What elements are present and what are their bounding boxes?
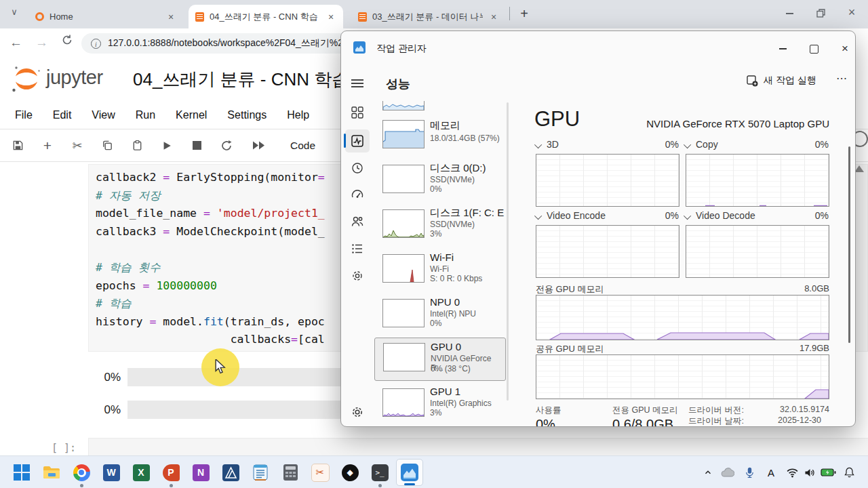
new-tab-button[interactable]: + xyxy=(515,5,533,23)
battery-icon[interactable] xyxy=(819,466,837,479)
notepad-button[interactable] xyxy=(247,459,274,486)
tab-notebook-04[interactable]: 04_쓰래기 분류 - CNN 학습 × xyxy=(189,5,343,28)
sidebar-item-sub2: 3% xyxy=(430,229,441,239)
onedrive-cloud-icon[interactable] xyxy=(720,466,735,479)
tm-scrollbar[interactable] xyxy=(848,146,850,343)
cell-type-select[interactable]: Code xyxy=(290,140,315,152)
browser-minimize-button[interactable] xyxy=(779,7,800,20)
restart-kernel-button[interactable] xyxy=(220,139,233,152)
chart-video-encode-value: 0% xyxy=(653,210,679,221)
sidebar-item-gpu0-selected[interactable]: GPU 0 NVIDIA GeForce R... 0% (38 °C) xyxy=(374,338,506,381)
settings-gear-icon[interactable] xyxy=(351,405,364,419)
wifi-icon[interactable] xyxy=(785,466,800,479)
tab-close-icon[interactable]: × xyxy=(488,12,499,22)
excel-button[interactable]: X xyxy=(127,459,155,486)
tm-minimize-button[interactable] xyxy=(771,41,794,57)
notebook-favicon-icon xyxy=(195,12,204,22)
calculator-icon xyxy=(283,464,298,481)
dedicated-memory-label: 전용 GPU 메모리 xyxy=(536,283,604,296)
chrome-button[interactable] xyxy=(68,459,95,486)
rail-services-icon[interactable] xyxy=(351,269,364,283)
reload-icon[interactable] xyxy=(61,34,73,49)
forward-icon[interactable]: → xyxy=(35,35,48,50)
menu-edit[interactable]: Edit xyxy=(53,109,72,121)
chart-3d-label: 3D xyxy=(547,139,559,150)
cpu-mini-graph[interactable] xyxy=(382,101,425,110)
rail-startup-apps-icon[interactable] xyxy=(351,188,364,201)
terminal-button[interactable]: >_ xyxy=(366,459,393,486)
browser-restore-button[interactable] xyxy=(810,8,831,20)
task-manager-button[interactable] xyxy=(396,459,423,486)
jupyter-favicon-icon xyxy=(35,12,44,21)
site-info-icon[interactable]: i xyxy=(91,39,101,49)
chevron-down-icon[interactable] xyxy=(534,141,542,148)
rail-details-icon[interactable] xyxy=(351,242,364,256)
sidebar-item-sub: Intel(R) NPU xyxy=(430,309,476,319)
copy-cell-button[interactable] xyxy=(100,139,114,152)
menu-file[interactable]: File xyxy=(15,109,33,121)
obsidian-button[interactable]: ◆ xyxy=(336,459,363,486)
rail-app-history-icon[interactable] xyxy=(351,161,364,175)
notebook-title[interactable]: 04_쓰래기 분류 - CNN 학습 xyxy=(133,68,357,92)
windows-logo-icon xyxy=(14,464,30,481)
screen: ∨ Home × 04_쓰래기 분류 - CNN 학습 × 03_쓰래기 분류 … xyxy=(0,0,868,488)
run-cell-button[interactable] xyxy=(160,139,174,152)
shared-memory-chart xyxy=(536,354,829,399)
chrome-running-dot xyxy=(80,484,83,487)
run-new-task-button[interactable]: 새 작업 실행 xyxy=(747,75,816,87)
empty-cell-input[interactable] xyxy=(88,438,868,457)
save-button[interactable] xyxy=(11,139,24,152)
tm-close-button[interactable]: × xyxy=(833,41,856,57)
tab-search-chevron-icon[interactable]: ∨ xyxy=(7,7,22,22)
browser-tab-strip: ∨ Home × 04_쓰래기 분류 - CNN 학습 × 03_쓰래기 분류 … xyxy=(0,0,868,28)
volume-icon[interactable] xyxy=(802,466,817,479)
chart-3d xyxy=(536,154,679,207)
menu-run[interactable]: Run xyxy=(136,109,155,121)
powerpoint-running-dot xyxy=(170,484,173,487)
run-all-button[interactable] xyxy=(250,139,269,152)
more-options-icon[interactable]: ⋯ xyxy=(836,72,848,85)
affinity-button[interactable] xyxy=(217,459,244,486)
chevron-down-icon[interactable] xyxy=(684,141,691,148)
word-button[interactable]: W xyxy=(98,459,125,486)
microphone-icon[interactable] xyxy=(742,466,757,479)
add-cell-button[interactable]: + xyxy=(41,139,54,152)
menu-settings[interactable]: Settings xyxy=(227,109,267,121)
chart-copy-value: 0% xyxy=(803,139,829,150)
obsidian-icon: ◆ xyxy=(342,464,359,481)
npu-mini-graph xyxy=(382,299,425,327)
scroll-up-icon[interactable] xyxy=(854,165,864,172)
powerpoint-button[interactable]: P xyxy=(157,459,184,486)
hidden-icons-chevron-icon[interactable] xyxy=(701,466,715,479)
mouse-cursor xyxy=(214,359,228,374)
snipping-tool-button[interactable]: ✂ xyxy=(307,459,334,486)
nav-hamburger-icon[interactable] xyxy=(351,77,363,89)
rail-performance-icon[interactable] xyxy=(351,134,364,148)
start-button[interactable] xyxy=(8,459,35,486)
back-icon[interactable]: ← xyxy=(9,35,22,50)
tab-close-icon[interactable]: × xyxy=(165,12,176,22)
tm-maximize-button[interactable] xyxy=(802,41,825,57)
file-explorer-button[interactable] xyxy=(38,459,65,486)
onenote-button[interactable]: N xyxy=(187,459,214,486)
onenote-icon: N xyxy=(193,464,210,481)
chevron-down-icon[interactable] xyxy=(684,212,691,220)
stop-kernel-button[interactable] xyxy=(190,139,203,152)
sidebar-item-label: 디스크 1(F: C: E xyxy=(430,207,504,220)
paste-cell-button[interactable] xyxy=(130,139,144,152)
calculator-button[interactable] xyxy=(277,459,304,486)
rail-processes-icon[interactable] xyxy=(351,106,364,119)
ime-language-indicator[interactable]: A xyxy=(764,466,778,479)
rail-users-icon[interactable] xyxy=(351,215,364,228)
tab-notebook-03[interactable]: 03_쓰래기 분류 - 데이터 나누기 × xyxy=(351,5,506,28)
cut-cell-button[interactable]: ✂ xyxy=(71,139,84,152)
tab-close-icon[interactable]: × xyxy=(326,12,336,22)
sidebar-scrollbar[interactable] xyxy=(507,102,509,401)
menu-kernel[interactable]: Kernel xyxy=(176,109,207,121)
notifications-bell-icon[interactable] xyxy=(842,466,856,479)
menu-help[interactable]: Help xyxy=(287,109,309,121)
menu-view[interactable]: View xyxy=(92,109,115,121)
chevron-down-icon[interactable] xyxy=(534,212,542,220)
tab-home[interactable]: Home × xyxy=(28,5,183,28)
browser-close-button[interactable]: × xyxy=(842,5,862,20)
